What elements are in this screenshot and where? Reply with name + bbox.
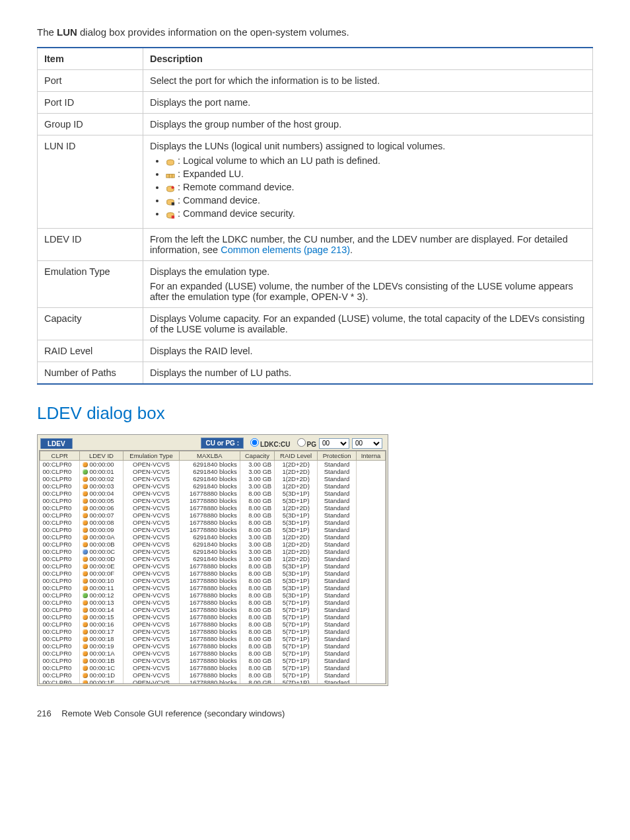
status-dot-icon: [83, 629, 88, 634]
table-row[interactable]: 00:CLPR000:00:0FOPEN-VCVS16778880 blocks…: [40, 570, 386, 577]
col-interna[interactable]: Interna: [357, 451, 386, 461]
row-cap-item: Capacity: [38, 308, 143, 340]
table-row[interactable]: 00:CLPR000:00:0AOPEN-VCVS6291840 blocks3…: [40, 533, 386, 541]
status-dot-icon: [83, 571, 88, 576]
table-row[interactable]: 00:CLPR000:00:19OPEN-VCVS16778880 blocks…: [40, 642, 386, 650]
intro-pre: The: [37, 26, 57, 38]
radio-ldkc-cu[interactable]: LDKC:CU: [246, 438, 291, 448]
col-ldev-id[interactable]: LDEV ID: [79, 451, 123, 461]
table-row[interactable]: 00:CLPR000:00:00OPEN-VCVS6291840 blocks3…: [40, 461, 386, 469]
status-dot-icon: [83, 564, 88, 569]
table-row[interactable]: 00:CLPR000:00:0COPEN-VCVS6291840 blocks3…: [40, 548, 386, 555]
cu-select[interactable]: 00: [352, 438, 382, 449]
table-row[interactable]: 00:CLPR000:00:02OPEN-VCVS6291840 blocks3…: [40, 475, 386, 482]
col-capacity[interactable]: Capacity: [240, 451, 274, 461]
table-row[interactable]: 00:CLPR000:00:1AOPEN-VCVS16778880 blocks…: [40, 650, 386, 657]
row-emu-desc: Displays the emulation type. For an expa…: [143, 261, 593, 308]
radio-ldkc-cu-input[interactable]: [250, 438, 259, 447]
ldev-grid-scroll[interactable]: CLPRLDEV IDEmulation TypeMAXLBACapacityR…: [39, 450, 386, 684]
ldevid-post: .: [350, 245, 353, 255]
description-table: Item Description PortSelect the port for…: [37, 47, 593, 385]
col-protection[interactable]: Protection: [318, 451, 357, 461]
table-row[interactable]: 00:CLPR000:00:18OPEN-VCVS16778880 blocks…: [40, 635, 386, 642]
table-row[interactable]: 00:CLPR000:00:05OPEN-VCVS16778880 blocks…: [40, 497, 386, 504]
row-lunid-item: LUN ID: [38, 135, 143, 229]
table-row[interactable]: 00:CLPR000:00:1EOPEN-VCVS16778880 blocks…: [40, 679, 386, 684]
table-row[interactable]: 00:CLPR000:00:10OPEN-VCVS16778880 blocks…: [40, 577, 386, 584]
table-row[interactable]: 00:CLPR000:00:11OPEN-VCVS16778880 blocks…: [40, 584, 386, 592]
emu-desc1: Displays the emulation type.: [150, 266, 586, 277]
status-dot-icon: [83, 535, 88, 540]
row-lunid-desc: Displays the LUNs (logical unit numbers)…: [143, 135, 593, 229]
radio-pg-input[interactable]: [297, 438, 306, 447]
status-dot-icon: [83, 542, 88, 547]
footer-title: Remote Web Console GUI reference (second…: [61, 708, 285, 718]
row-emu-item: Emulation Type: [38, 261, 143, 308]
volume-lupath-icon: [166, 157, 175, 165]
svg-rect-2: [169, 174, 172, 177]
table-row[interactable]: 00:CLPR000:00:09OPEN-VCVS16778880 blocks…: [40, 526, 386, 533]
status-dot-icon: [83, 556, 88, 562]
lunid-b2: : Expanded LU.: [178, 169, 244, 179]
table-row[interactable]: 00:CLPR000:00:12OPEN-VCVS16778880 blocks…: [40, 592, 386, 599]
table-row[interactable]: 00:CLPR000:00:0DOPEN-VCVS6291840 blocks3…: [40, 555, 386, 562]
row-groupid-item: Group ID: [38, 114, 143, 135]
col-maxlba[interactable]: MAXLBA: [179, 451, 240, 461]
col-raid-level[interactable]: RAID Level: [275, 451, 318, 461]
cu-pg-toolbar: CU or PG : LDKC:CU PG 00 00: [198, 436, 385, 450]
lunid-b3: : Remote command device.: [178, 182, 295, 192]
status-dot-icon: [83, 593, 88, 598]
table-row[interactable]: 00:CLPR000:00:15OPEN-VCVS16778880 blocks…: [40, 613, 386, 621]
status-dot-icon: [83, 506, 88, 511]
table-row[interactable]: 00:CLPR000:00:17OPEN-VCVS16778880 blocks…: [40, 628, 386, 635]
table-row[interactable]: 00:CLPR000:00:0BOPEN-VCVS6291840 blocks3…: [40, 541, 386, 548]
row-groupid-desc: Displays the group number of the host gr…: [143, 114, 593, 135]
table-row[interactable]: 00:CLPR000:00:08OPEN-VCVS16778880 blocks…: [40, 519, 386, 526]
status-dot-icon: [83, 600, 88, 605]
table-row[interactable]: 00:CLPR000:00:13OPEN-VCVS16778880 blocks…: [40, 599, 386, 606]
status-dot-icon: [83, 520, 88, 525]
status-dot-icon: [83, 607, 88, 613]
table-row[interactable]: 00:CLPR000:00:03OPEN-VCVS6291840 blocks3…: [40, 482, 386, 490]
table-row[interactable]: 00:CLPR000:00:0EOPEN-VCVS16778880 blocks…: [40, 562, 386, 570]
cu-pg-label: CU or PG :: [201, 438, 244, 449]
table-row[interactable]: 00:CLPR000:00:1DOPEN-VCVS16778880 blocks…: [40, 671, 386, 679]
status-dot-icon: [83, 484, 88, 489]
status-dot-icon: [83, 469, 88, 475]
table-row[interactable]: 00:CLPR000:00:14OPEN-VCVS16778880 blocks…: [40, 606, 386, 613]
status-dot-icon: [83, 651, 88, 656]
row-ldevid-item: LDEV ID: [38, 229, 143, 261]
status-dot-icon: [83, 549, 88, 554]
col-clpr[interactable]: CLPR: [40, 451, 80, 461]
status-dot-icon: [83, 658, 88, 664]
page-footer: 216 Remote Web Console GUI reference (se…: [37, 708, 593, 718]
table-row[interactable]: 00:CLPR000:00:07OPEN-VCVS16778880 blocks…: [40, 512, 386, 519]
status-dot-icon: [83, 498, 88, 504]
status-dot-icon: [83, 673, 88, 678]
row-paths-desc: Displays the number of LU paths.: [143, 362, 593, 385]
tab-ldev[interactable]: LDEV: [40, 438, 73, 449]
row-port-item: Port: [38, 70, 143, 92]
table-row[interactable]: 00:CLPR000:00:04OPEN-VCVS16778880 blocks…: [40, 490, 386, 497]
col-emulation-type[interactable]: Emulation Type: [123, 451, 180, 461]
radio-pg[interactable]: PG: [293, 438, 316, 448]
status-dot-icon: [83, 513, 88, 518]
table-row[interactable]: 00:CLPR000:00:16OPEN-VCVS16778880 blocks…: [40, 621, 386, 628]
row-raid-item: RAID Level: [38, 340, 143, 362]
row-paths-item: Number of Paths: [38, 362, 143, 385]
status-dot-icon: [83, 666, 88, 671]
intro-keyword: LUN: [57, 26, 77, 38]
table-row[interactable]: 00:CLPR000:00:1BOPEN-VCVS16778880 blocks…: [40, 657, 386, 664]
section-title-ldev: LDEV dialog box: [37, 403, 593, 424]
common-elements-link[interactable]: Common elements (page 213): [221, 245, 350, 255]
col-description: Description: [143, 48, 593, 70]
ldkc-select[interactable]: 00: [319, 438, 349, 449]
status-dot-icon: [83, 615, 88, 620]
table-row[interactable]: 00:CLPR000:00:1COPEN-VCVS16778880 blocks…: [40, 664, 386, 671]
table-row[interactable]: 00:CLPR000:00:06OPEN-VCVS16778880 blocks…: [40, 504, 386, 512]
lunid-b4: : Command device.: [178, 195, 260, 206]
status-dot-icon: [83, 680, 88, 684]
status-dot-icon: [83, 636, 88, 642]
table-row[interactable]: 00:CLPR000:00:01OPEN-VCVS6291840 blocks3…: [40, 468, 386, 475]
svg-rect-9: [172, 215, 174, 218]
